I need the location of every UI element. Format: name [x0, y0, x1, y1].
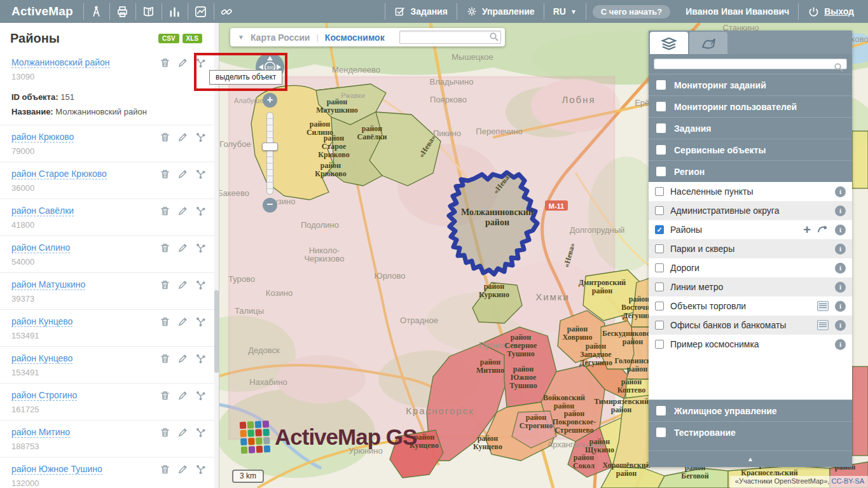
tab-legend-help[interactable]: ?	[689, 32, 727, 54]
logout-button[interactable]: Выход	[799, 6, 868, 18]
scrollbar-thumb[interactable]	[214, 290, 219, 373]
trash-icon[interactable]	[160, 242, 170, 253]
layer-checkbox[interactable]	[655, 321, 664, 330]
select-object-icon[interactable]	[195, 132, 206, 143]
layer-row[interactable]: Линии метроi	[649, 277, 852, 296]
trash-icon[interactable]	[160, 427, 170, 438]
group-checkbox[interactable]	[656, 428, 666, 437]
tab-layers[interactable]	[650, 32, 688, 54]
layer-group-header[interactable]: Мониторинг заданий	[649, 74, 852, 95]
panel-collapse-button[interactable]: ▲	[649, 450, 852, 467]
map-search-input[interactable]	[399, 31, 501, 44]
layer-row[interactable]: Населенные пунктыi	[649, 182, 852, 201]
print-icon[interactable]	[110, 0, 135, 23]
group-checkbox[interactable]	[656, 102, 666, 111]
district-link[interactable]: район Старое Крюково	[11, 169, 107, 179]
basemap-tab-satellite[interactable]: Космоснимок	[325, 32, 385, 43]
management-menu[interactable]: Управление	[457, 6, 544, 17]
pencil-icon[interactable]	[177, 132, 188, 143]
layer-row[interactable]: Объекты торговлиi	[649, 296, 852, 316]
select-object-icon[interactable]	[195, 353, 206, 364]
select-object-icon[interactable]	[195, 169, 206, 179]
group-checkbox[interactable]	[656, 80, 666, 90]
info-icon[interactable]: i	[835, 186, 846, 197]
stats-icon[interactable]	[162, 0, 188, 23]
pencil-icon[interactable]	[177, 316, 188, 327]
district-link[interactable]: район Савёлки	[11, 206, 74, 216]
trash-icon[interactable]	[160, 57, 170, 68]
layer-row[interactable]: Офисы банков и банкоматыi	[649, 316, 852, 335]
onboarding-button[interactable]: С чего начать?	[593, 5, 670, 18]
layer-checkbox[interactable]	[655, 206, 664, 215]
pencil-icon[interactable]	[177, 353, 188, 364]
guide-icon[interactable]	[136, 0, 162, 23]
trash-icon[interactable]	[160, 316, 170, 327]
group-checkbox[interactable]	[656, 406, 666, 415]
pencil-icon[interactable]	[177, 390, 188, 401]
group-checkbox[interactable]	[656, 123, 666, 133]
layers-search-input[interactable]	[654, 59, 847, 69]
group-checkbox[interactable]	[656, 167, 666, 176]
trash-icon[interactable]	[160, 464, 170, 475]
select-object-icon[interactable]	[195, 206, 206, 216]
pencil-icon[interactable]	[177, 169, 188, 179]
zoom-slider-track[interactable]	[266, 112, 273, 195]
district-link[interactable]: район Матушкино	[11, 279, 85, 290]
info-icon[interactable]: i	[835, 263, 846, 274]
layer-row[interactable]: Парки и скверыi	[649, 239, 852, 258]
chevron-down-icon[interactable]: ▼	[238, 34, 244, 41]
layer-checkbox[interactable]	[655, 263, 664, 272]
measure-icon[interactable]	[84, 0, 109, 23]
layer-group-header[interactable]: Сервисные объекты	[649, 139, 852, 160]
select-object-icon[interactable]	[195, 242, 206, 253]
export-csv-button[interactable]: CSV	[158, 34, 179, 43]
zoom-out-button[interactable]: −	[263, 198, 277, 213]
trash-icon[interactable]	[160, 279, 170, 290]
select-object-icon[interactable]	[195, 57, 206, 68]
info-icon[interactable]: i	[835, 282, 846, 293]
layer-row[interactable]: Административные округаi	[649, 201, 852, 220]
select-object-icon[interactable]	[195, 390, 206, 401]
select-object-icon[interactable]	[195, 279, 206, 290]
legend-table-icon[interactable]	[817, 301, 829, 311]
district-link[interactable]: район Силино	[11, 242, 70, 253]
history-arrow-icon[interactable]	[817, 225, 829, 235]
layer-group-header[interactable]: Регион	[649, 160, 852, 182]
pencil-icon[interactable]	[177, 464, 188, 475]
layer-checkbox[interactable]	[655, 282, 664, 291]
select-object-icon[interactable]	[195, 427, 206, 438]
layer-checkbox[interactable]	[655, 340, 664, 349]
layer-group-header[interactable]: Мониторинг пользователей	[649, 95, 852, 117]
zoom-slider-handle[interactable]	[262, 143, 278, 151]
layer-checkbox[interactable]	[655, 302, 664, 310]
layer-checkbox[interactable]: ✓	[655, 225, 664, 234]
pencil-icon[interactable]	[177, 206, 188, 216]
attribution-license-link[interactable]: CC-BY-SA	[831, 477, 864, 485]
layer-group-header[interactable]: Жилищное управление	[649, 400, 852, 421]
trash-icon[interactable]	[160, 206, 170, 216]
info-icon[interactable]: i	[835, 320, 846, 331]
layer-checkbox[interactable]	[655, 244, 664, 253]
layer-row[interactable]: Дорогиi	[649, 258, 852, 277]
layer-group-header[interactable]: Задания	[649, 117, 852, 139]
export-xls-button[interactable]: XLS	[183, 34, 202, 43]
district-link[interactable]: Молжаниновский район	[11, 57, 110, 68]
charts-icon[interactable]	[188, 0, 214, 23]
layer-checkbox[interactable]	[655, 187, 664, 196]
trash-icon[interactable]	[160, 390, 170, 401]
district-link[interactable]: район Южное Тушино	[11, 464, 102, 475]
link-icon[interactable]	[214, 0, 240, 23]
district-link[interactable]: район Строгино	[11, 390, 77, 401]
pencil-icon[interactable]	[177, 427, 188, 438]
district-link[interactable]: район Кунцево	[11, 353, 72, 364]
trash-icon[interactable]	[160, 353, 170, 364]
sidebar-scrollbar[interactable]	[214, 23, 219, 488]
zoom-in-button[interactable]: +	[263, 93, 277, 108]
add-object-icon[interactable]: +	[803, 225, 811, 235]
info-icon[interactable]: i	[835, 301, 846, 312]
search-icon[interactable]	[489, 32, 499, 42]
basemap-tab-map[interactable]: Карта России	[251, 32, 310, 43]
legend-table-icon[interactable]	[817, 320, 829, 330]
search-icon[interactable]	[834, 62, 844, 73]
trash-icon[interactable]	[160, 169, 170, 179]
